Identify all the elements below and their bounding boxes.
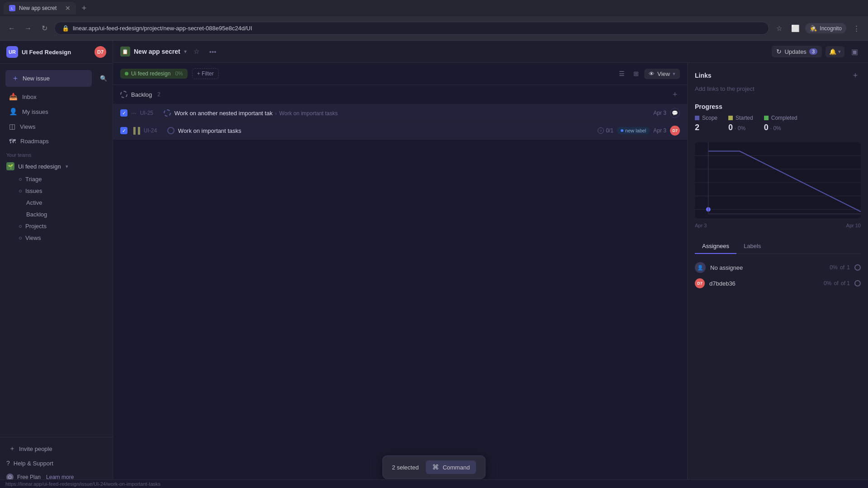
scope-dot bbox=[695, 116, 699, 120]
workspace-avatar: UR bbox=[6, 46, 18, 58]
main-header: 📋 New app secret ▾ ☆ ••• ↻ Updates 3 🔔 ▾… bbox=[113, 41, 868, 63]
team-item[interactable]: 🌱 Ui feed redesign ▾ bbox=[0, 160, 113, 173]
invite-icon: ＋ bbox=[9, 445, 15, 453]
sidebar-item-projects[interactable]: Projects bbox=[3, 221, 110, 232]
sidebar-item-views2[interactable]: Views bbox=[3, 232, 110, 244]
help-btn[interactable]: ? Help & Support bbox=[0, 456, 113, 470]
issue-id-2: UI-24 bbox=[144, 127, 164, 134]
active-label: Active bbox=[26, 199, 42, 206]
sidebar-item-roadmaps[interactable]: 🗺 Roadmaps bbox=[3, 134, 110, 148]
sidebar-item-active[interactable]: Active bbox=[3, 197, 110, 208]
browser-chrome: L New app secret ✕ + ← → ↻ 🔒 linear.app/… bbox=[0, 0, 868, 41]
issues-label: Issues bbox=[25, 188, 42, 194]
completed-pct: · 0% bbox=[770, 125, 781, 131]
extensions-btn[interactable]: ⬜ bbox=[789, 22, 802, 35]
priority-icon-2: ▐▐ bbox=[131, 127, 140, 134]
add-link-btn[interactable]: + bbox=[850, 70, 861, 81]
sidebar-item-backlog[interactable]: Backlog bbox=[3, 209, 110, 220]
table-row[interactable]: ✓ ··· UI-25 Work on another nested impor… bbox=[113, 104, 687, 122]
issue-parent-1: Work on important tasks bbox=[279, 110, 338, 117]
issue-checkbox-1[interactable]: ✓ bbox=[120, 109, 127, 117]
issue-status-icon-1 bbox=[164, 109, 171, 117]
table-row[interactable]: ✓ ▐▐ UI-24 Work on important tasks ○ 0/1 bbox=[113, 122, 687, 140]
backlog-label: Backlog bbox=[26, 211, 47, 218]
workspace-info[interactable]: UR UI Feed Redesign bbox=[6, 46, 71, 58]
completed-value: 0 bbox=[764, 123, 769, 132]
project-chevron-icon: ▾ bbox=[184, 48, 187, 55]
browser-nav-bar: ← → ↻ 🔒 linear.app/ui-feed-redesign/proj… bbox=[0, 16, 868, 41]
roadmaps-label: Roadmaps bbox=[20, 138, 49, 145]
more-btn[interactable]: ••• bbox=[207, 45, 219, 58]
forward-btn[interactable]: → bbox=[22, 22, 34, 35]
browser-tab-bar: L New app secret ✕ + bbox=[0, 0, 868, 16]
new-tab-btn[interactable]: + bbox=[78, 2, 90, 14]
active-tab[interactable]: L New app secret ✕ bbox=[4, 2, 76, 14]
address-bar[interactable]: 🔒 linear.app/ui-feed-redesign/project/ne… bbox=[54, 22, 769, 35]
layout-btn[interactable]: ▣ bbox=[848, 45, 861, 58]
issue-date-2: Apr 3 bbox=[653, 127, 666, 134]
add-link-placeholder: Add links to the project bbox=[695, 85, 861, 92]
started-dot bbox=[728, 116, 733, 120]
filter-btn[interactable]: + Filter bbox=[192, 68, 219, 79]
updates-btn[interactable]: ↻ Updates 3 bbox=[772, 46, 822, 57]
sidebar-item-inbox[interactable]: 📥 Inbox bbox=[3, 89, 110, 104]
started-pct: · 0% bbox=[735, 125, 745, 131]
view-chevron: ▾ bbox=[673, 71, 675, 77]
issue-label-2: new label bbox=[617, 127, 650, 134]
incognito-btn[interactable]: 🕵 Incognito bbox=[805, 23, 846, 33]
user-avatar-btn[interactable]: D7 bbox=[94, 46, 106, 58]
group-name: Backlog bbox=[131, 91, 152, 98]
board-view-btn[interactable]: ⊞ bbox=[630, 67, 642, 80]
panel-tabs: Assignees Labels bbox=[695, 239, 861, 254]
notification-btn[interactable]: 🔔 ▾ bbox=[826, 46, 844, 57]
labels-tab[interactable]: Labels bbox=[736, 239, 768, 254]
sidebar-item-views[interactable]: ◫ Views bbox=[3, 119, 110, 134]
issues-dot bbox=[19, 190, 22, 192]
assignee-user-name: d7bdeb36 bbox=[709, 280, 819, 287]
views2-label: Views bbox=[25, 235, 41, 241]
scope-value: 2 bbox=[695, 123, 717, 132]
list-view-btn[interactable]: ☰ bbox=[615, 67, 628, 80]
assignees-tab[interactable]: Assignees bbox=[695, 239, 736, 254]
label-dot bbox=[621, 129, 623, 132]
invite-btn[interactable]: ＋ Invite people bbox=[3, 441, 110, 456]
bookmark-btn[interactable]: ☆ bbox=[773, 22, 785, 35]
bell-icon: 🔔 bbox=[829, 48, 836, 55]
priority-icon-1: ··· bbox=[131, 109, 137, 117]
started-stat: Started 0 · 0% bbox=[728, 115, 753, 132]
menu-btn[interactable]: ⋮ bbox=[850, 22, 863, 35]
checkmark-icon: ✓ bbox=[122, 110, 126, 116]
issue-date-1: Apr 3 bbox=[653, 110, 666, 116]
help-label: Help & Support bbox=[14, 460, 53, 467]
invite-label: Invite people bbox=[19, 446, 52, 452]
search-btn[interactable]: 🔍 bbox=[97, 72, 110, 85]
sidebar-item-my-issues[interactable]: 👤 My issues bbox=[3, 104, 110, 119]
sidebar-item-triage[interactable]: Triage bbox=[3, 174, 110, 185]
no-assignee-stats: 0% of 1 bbox=[830, 264, 850, 271]
user-assignee-stats: 0% of of 1 bbox=[824, 280, 850, 286]
command-icon: ⌘ bbox=[432, 463, 439, 471]
project-name: New app secret bbox=[134, 48, 180, 55]
view-dropdown-btn[interactable]: 👁 View ▾ bbox=[644, 69, 680, 79]
command-btn[interactable]: ⌘ Command bbox=[426, 460, 476, 474]
sub-count-2: ○ 0/1 bbox=[598, 127, 613, 134]
updates-icon: ↻ bbox=[776, 48, 782, 55]
bottom-action-bar: 2 selected ⌘ Command bbox=[382, 455, 486, 479]
favorite-btn[interactable]: ☆ bbox=[190, 45, 203, 58]
tab-close-btn[interactable]: ✕ bbox=[65, 5, 71, 12]
group-add-btn[interactable]: + bbox=[670, 89, 680, 99]
breadcrumb-arrow: › bbox=[275, 111, 277, 116]
help-icon: ? bbox=[6, 460, 10, 467]
refresh-btn[interactable]: ↻ bbox=[38, 22, 51, 35]
links-section: Links + Add links to the project bbox=[695, 70, 861, 92]
team-icon: 🌱 bbox=[6, 162, 14, 170]
user-assignee-avatar: D7 bbox=[695, 278, 705, 288]
project-filter-tag[interactable]: Ui feed redesign 0% bbox=[120, 69, 188, 79]
new-issue-btn[interactable]: ＋ New issue bbox=[5, 70, 92, 87]
back-btn[interactable]: ← bbox=[5, 22, 18, 35]
issue-checkbox-2[interactable]: ✓ bbox=[120, 127, 127, 134]
sidebar-item-issues[interactable]: Issues bbox=[3, 185, 110, 197]
updates-label: Updates bbox=[784, 48, 806, 55]
issues-panel: Ui feed redesign 0% + Filter ☰ ⊞ 👁 View … bbox=[113, 63, 687, 488]
inbox-icon: 📥 bbox=[9, 93, 18, 101]
